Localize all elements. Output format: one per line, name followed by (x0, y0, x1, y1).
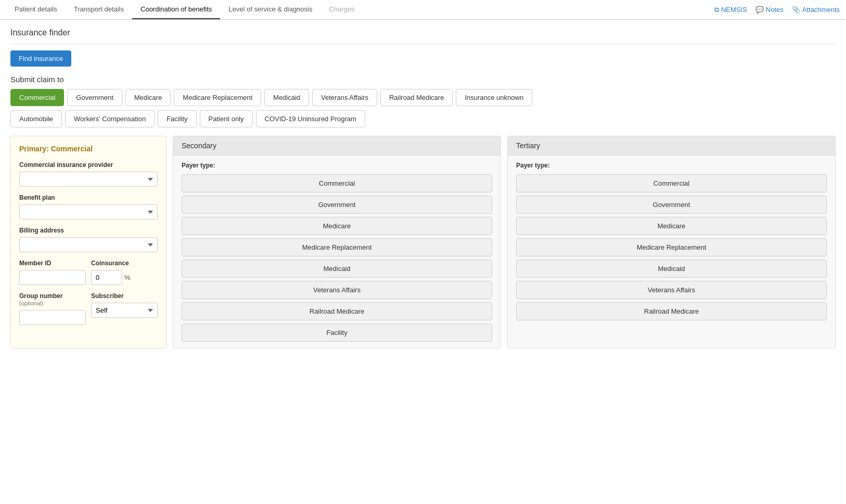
secondary-payer-type-label: Payer type: (182, 162, 492, 169)
tab-level-of-service[interactable]: Level of service & diagnosis (220, 0, 321, 19)
tertiary-panel: Tertiary Payer type: Commercial Governme… (507, 136, 836, 348)
member-id-label: Member ID (19, 260, 86, 267)
group-number-label: Group number (optional) (19, 292, 86, 307)
group-number-field: Group number (optional) (19, 292, 86, 325)
payer-btn-medicare[interactable]: Medicare (125, 89, 171, 106)
coinsurance-field: Coinsurance 0 % (91, 260, 158, 285)
group-number-input[interactable] (19, 310, 86, 325)
primary-panel: Primary: Commercial Commercial insurance… (10, 136, 166, 348)
note-icon: 💬 (755, 6, 764, 14)
secondary-panel: Secondary Payer type: Commercial Governm… (173, 136, 501, 348)
payer-btn-medicare-replacement[interactable]: Medicare Replacement (174, 89, 261, 106)
benefit-plan-field: Benefit plan (19, 194, 158, 219)
insurance-finder-title: Insurance finder (10, 28, 836, 37)
coinsurance-wrap: 0 % (91, 270, 158, 285)
tertiary-option-medicare-replacement[interactable]: Medicare Replacement (516, 238, 827, 256)
subscriber-label: Subscriber (91, 292, 158, 300)
insurance-provider-select[interactable] (19, 172, 158, 187)
payer-btn-railroad-medicare[interactable]: Railroad Medicare (380, 89, 453, 106)
payer-row-1: Commercial Government Medicare Medicare … (10, 89, 836, 106)
member-id-field: Member ID (19, 260, 86, 285)
main-content: Insurance finder Find insurance Submit c… (0, 20, 846, 357)
secondary-option-veterans-affairs[interactable]: Veterans Affairs (182, 281, 492, 299)
tabs-left: Patient details Transport details Coordi… (6, 0, 363, 19)
payer-row-2: Automobile Workers' Compensation Facilit… (10, 110, 836, 127)
secondary-option-medicaid[interactable]: Medicaid (182, 260, 492, 278)
secondary-option-government[interactable]: Government (182, 196, 492, 214)
tertiary-option-commercial[interactable]: Commercial (516, 174, 827, 192)
payer-btn-government[interactable]: Government (67, 89, 122, 106)
find-insurance-button[interactable]: Find insurance (10, 50, 71, 67)
tab-patient-details[interactable]: Patient details (6, 0, 66, 19)
member-id-input[interactable] (19, 270, 86, 285)
payer-btn-covid-uninsured[interactable]: COVID-19 Uninsured Program (256, 110, 365, 127)
insurance-finder-section: Insurance finder Find insurance (10, 28, 836, 67)
submit-claim-section: Submit claim to Commercial Government Me… (10, 75, 836, 127)
coinsurance-label: Coinsurance (91, 260, 158, 267)
payer-btn-commercial[interactable]: Commercial (10, 89, 64, 106)
secondary-option-facility[interactable]: Facility (182, 324, 492, 342)
secondary-option-railroad-medicare[interactable]: Railroad Medicare (182, 302, 492, 320)
payer-btn-patient-only[interactable]: Patient only (200, 110, 253, 127)
tertiary-option-medicaid[interactable]: Medicaid (516, 260, 827, 278)
primary-panel-title: Primary: Commercial (19, 145, 158, 153)
benefit-plan-select[interactable] (19, 204, 158, 219)
payer-btn-facility[interactable]: Facility (158, 110, 196, 127)
secondary-option-medicare[interactable]: Medicare (182, 217, 492, 235)
submit-claim-title: Submit claim to (10, 75, 836, 84)
tertiary-panel-body: Payer type: Commercial Government Medica… (508, 156, 835, 327)
optional-label: (optional) (19, 300, 43, 306)
tertiary-panel-header: Tertiary (508, 136, 835, 156)
coinsurance-input[interactable]: 0 (91, 270, 122, 285)
billing-address-select[interactable] (19, 237, 158, 252)
member-coinsurance-row: Member ID Coinsurance 0 % (19, 260, 158, 292)
paperclip-icon: 📎 (792, 6, 800, 14)
attachments-link[interactable]: 📎 Attachments (792, 6, 840, 14)
payer-btn-veterans-affairs[interactable]: Veterans Affairs (312, 89, 377, 106)
notes-link[interactable]: 💬 Notes (755, 6, 784, 14)
subscriber-field: Subscriber Self Spouse Child Other (91, 292, 158, 325)
nemsis-link[interactable]: ⧉ NEMSIS (714, 6, 747, 14)
insurance-provider-field: Commercial insurance provider (19, 161, 158, 187)
external-link-icon: ⧉ (714, 6, 719, 14)
payer-btn-automobile[interactable]: Automobile (10, 110, 62, 127)
tertiary-option-railroad-medicare[interactable]: Railroad Medicare (516, 302, 827, 320)
tertiary-option-veterans-affairs[interactable]: Veterans Affairs (516, 281, 827, 299)
payer-btn-medicaid[interactable]: Medicaid (264, 89, 309, 106)
tabs-right: ⧉ NEMSIS 💬 Notes 📎 Attachments (714, 2, 840, 18)
benefit-plan-label: Benefit plan (19, 194, 158, 201)
tab-charges[interactable]: Charges (321, 0, 363, 19)
secondary-option-commercial[interactable]: Commercial (182, 174, 492, 192)
tertiary-option-medicare[interactable]: Medicare (516, 217, 827, 235)
tertiary-option-government[interactable]: Government (516, 196, 827, 214)
payer-btn-insurance-unknown[interactable]: Insurance unknown (456, 89, 532, 106)
group-subscriber-row: Group number (optional) Subscriber Self … (19, 292, 158, 332)
percent-label: % (124, 274, 131, 281)
panels-container: Primary: Commercial Commercial insurance… (10, 136, 836, 348)
secondary-option-medicare-replacement[interactable]: Medicare Replacement (182, 238, 492, 256)
tabs-bar: Patient details Transport details Coordi… (0, 0, 846, 20)
secondary-panel-header: Secondary (173, 136, 501, 156)
payer-btn-workers-compensation[interactable]: Workers' Compensation (65, 110, 155, 127)
tab-coordination-of-benefits[interactable]: Coordination of benefits (132, 0, 220, 19)
billing-address-label: Billing address (19, 227, 158, 234)
billing-address-field: Billing address (19, 227, 158, 252)
subscriber-select[interactable]: Self Spouse Child Other (91, 303, 158, 318)
secondary-panel-body: Payer type: Commercial Government Medica… (173, 156, 501, 348)
tab-transport-details[interactable]: Transport details (66, 0, 132, 19)
tertiary-payer-type-label: Payer type: (516, 162, 827, 169)
insurance-provider-label: Commercial insurance provider (19, 161, 158, 169)
